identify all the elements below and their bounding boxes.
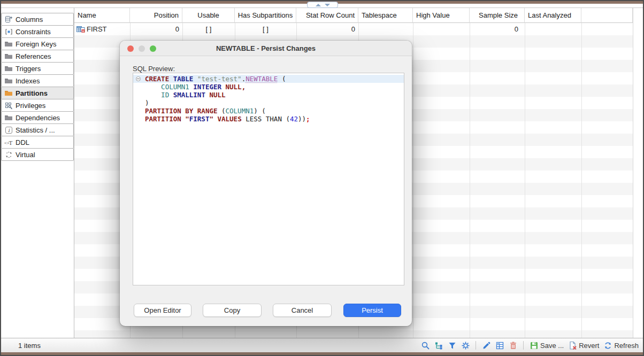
sql-preview-label: SQL Preview: (133, 65, 175, 73)
sidebar-item-label: Partitions (16, 89, 48, 97)
minimize-button[interactable] (139, 45, 145, 52)
refresh-button[interactable]: Refresh (603, 340, 639, 350)
save-icon (529, 340, 539, 350)
sidebar-item-label: Indexes (16, 77, 40, 85)
grid-line (413, 8, 413, 338)
column-header-position[interactable]: Position (130, 8, 182, 23)
sidebar-item-label: Triggers (16, 65, 41, 73)
revert-button[interactable]: Revert (568, 340, 599, 350)
sidebar-item-ddl[interactable]: <>T DDL (1, 136, 74, 149)
column-header-usable[interactable]: Usable (182, 8, 235, 23)
sidebar-item-privileges[interactable]: Privileges (1, 99, 74, 112)
gear-icon[interactable] (461, 340, 470, 350)
bottom-toolbar: Save ... Revert Refresh (420, 340, 639, 350)
zoom-button[interactable] (150, 45, 156, 52)
sidebar-item-label: DDL (16, 138, 29, 146)
sidebar-item-label: Constraints (16, 28, 51, 36)
app-window: Columns Constraints Foreign Keys Referen… (0, 0, 644, 356)
revert-label: Revert (579, 342, 599, 350)
sidebar: Columns Constraints Foreign Keys Referen… (1, 13, 74, 161)
cell-usable-checkbox[interactable]: [ ] (182, 23, 235, 35)
column-header-tablespace[interactable]: Tablespace (358, 8, 413, 23)
status-bar: 1 items (1, 338, 643, 352)
sql-code: CREATE TABLE "test-test".NEWTABLE ( COLU… (145, 75, 404, 123)
sidebar-item-columns[interactable]: Columns (1, 13, 74, 26)
column-header-name[interactable]: Name (74, 8, 130, 23)
grid-line (633, 8, 633, 338)
hierarchy-icon[interactable] (434, 340, 443, 350)
sidebar-divider (74, 8, 74, 338)
toolbar-separator (476, 341, 476, 350)
grid-line (581, 8, 582, 338)
sidebar-item-constraints[interactable]: Constraints (1, 25, 74, 38)
window-bottom-strip (1, 352, 643, 355)
sidebar-item-triggers[interactable]: Triggers (1, 62, 74, 75)
virtual-icon (4, 150, 13, 159)
sidebar-item-statistics[interactable]: i Statistics / ... (1, 123, 74, 136)
search-icon[interactable] (420, 340, 430, 350)
persist-button[interactable]: Persist (343, 304, 401, 317)
cancel-button[interactable]: Cancel (273, 304, 332, 317)
folder-icon (4, 40, 13, 48)
dialog-title: NEWTABLE - Persist Changes (216, 44, 316, 52)
items-count-label: 1 items (18, 342, 41, 350)
revert-icon (568, 340, 577, 350)
column-header-stat-row-count[interactable]: Stat Row Count (296, 8, 358, 23)
column-header-empty (581, 8, 633, 23)
edit-pencil-icon[interactable] (481, 340, 491, 350)
folder-icon-orange (4, 89, 13, 97)
table-row[interactable]: x FIRST (74, 23, 130, 35)
sidebar-item-label: Columns (16, 16, 43, 24)
sidebar-item-dependencies[interactable]: Dependencies (1, 111, 74, 124)
constraints-icon (4, 27, 13, 36)
folder-icon (4, 76, 13, 85)
sidebar-item-label: Foreign Keys (16, 40, 57, 48)
sidebar-item-label: Dependencies (16, 114, 60, 122)
delete-trash-icon[interactable] (508, 340, 518, 350)
filter-icon[interactable] (447, 340, 457, 350)
column-header-has-subpartitions[interactable]: Has Subpartitions (235, 8, 296, 23)
dialog-titlebar[interactable]: NEWTABLE - Persist Changes (120, 41, 412, 56)
save-label: Save ... (540, 342, 564, 350)
cell-sample-size[interactable]: 0 (470, 23, 525, 35)
cell-position[interactable]: 0 (130, 23, 182, 35)
sidebar-item-virtual[interactable]: Virtual (1, 148, 74, 161)
privileges-icon (4, 101, 13, 110)
sql-preview-editor[interactable]: CREATE TABLE "test-test".NEWTABLE ( COLU… (133, 73, 404, 285)
folder-icon (4, 113, 13, 122)
open-editor-button[interactable]: Open Editor (134, 304, 191, 317)
columns-icon (4, 15, 13, 24)
sidebar-item-foreign-keys[interactable]: Foreign Keys (1, 37, 74, 50)
copy-button[interactable]: Copy (203, 304, 262, 317)
collapse-down-icon[interactable] (325, 4, 330, 6)
svg-text:T: T (9, 140, 13, 146)
column-header-last-analyzed[interactable]: Last Analyzed (525, 8, 581, 23)
grid-view-icon[interactable] (495, 340, 504, 350)
close-button[interactable] (127, 45, 134, 52)
sidebar-item-label: References (16, 52, 51, 60)
column-header-sample-size[interactable]: Sample Size (470, 8, 525, 23)
persist-changes-dialog: NEWTABLE - Persist Changes SQL Preview: … (120, 41, 412, 326)
save-button[interactable]: Save ... (529, 340, 564, 350)
folder-icon (4, 64, 13, 73)
sidebar-item-label: Privileges (16, 102, 45, 110)
sidebar-item-references[interactable]: References (1, 50, 74, 63)
grid-line (470, 8, 470, 338)
collapse-up-icon[interactable] (316, 4, 321, 6)
refresh-icon (603, 340, 612, 350)
sidebar-item-label: Virtual (16, 151, 35, 159)
info-icon: i (4, 126, 13, 134)
partition-icon: x (76, 26, 86, 33)
toolbar-separator (523, 341, 524, 350)
folder-icon (4, 52, 13, 60)
column-header-high-value[interactable]: High Value (413, 8, 470, 23)
splitter-collapse-control[interactable] (307, 2, 338, 8)
sidebar-item-partitions[interactable]: Partitions (1, 87, 74, 99)
sidebar-item-label: Statistics / ... (16, 126, 55, 134)
cell-has-subpartitions-checkbox[interactable]: [ ] (235, 23, 296, 35)
refresh-label: Refresh (614, 342, 639, 350)
fold-collapse-icon[interactable] (136, 76, 141, 81)
cell-stat-row-count[interactable]: 0 (296, 23, 358, 35)
grid-line (525, 8, 525, 338)
sidebar-item-indexes[interactable]: Indexes (1, 74, 74, 87)
